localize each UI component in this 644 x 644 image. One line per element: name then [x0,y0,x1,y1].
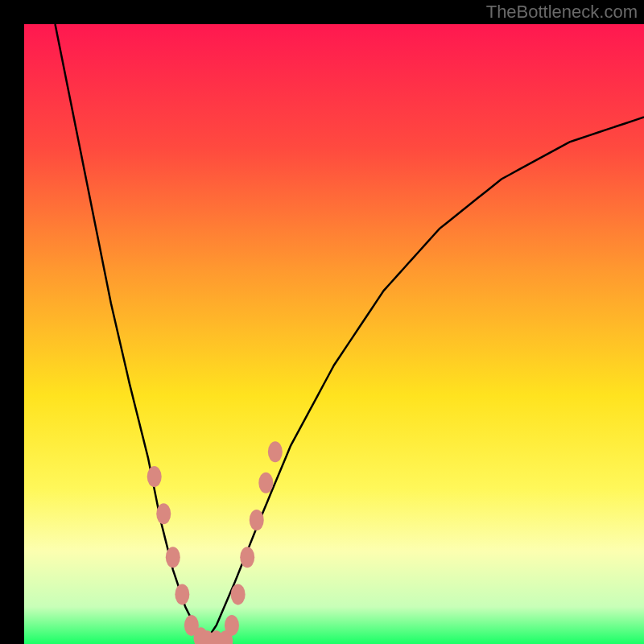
marker-dot [240,547,254,568]
marker-dot [250,510,264,530]
right-curve [204,118,644,645]
marker-dot [175,584,189,605]
attribution-text: TheBottleneck.com [486,2,638,23]
data-markers [147,441,283,644]
plot-area [24,24,644,644]
marker-dot [166,547,180,568]
marker-dot [156,503,171,524]
marker-dot [147,466,162,487]
curve-layer [24,24,644,644]
marker-dot [268,441,283,462]
marker-dot [231,584,246,605]
marker-dot [258,473,273,493]
left-curve [56,24,204,644]
marker-dot [225,615,239,636]
